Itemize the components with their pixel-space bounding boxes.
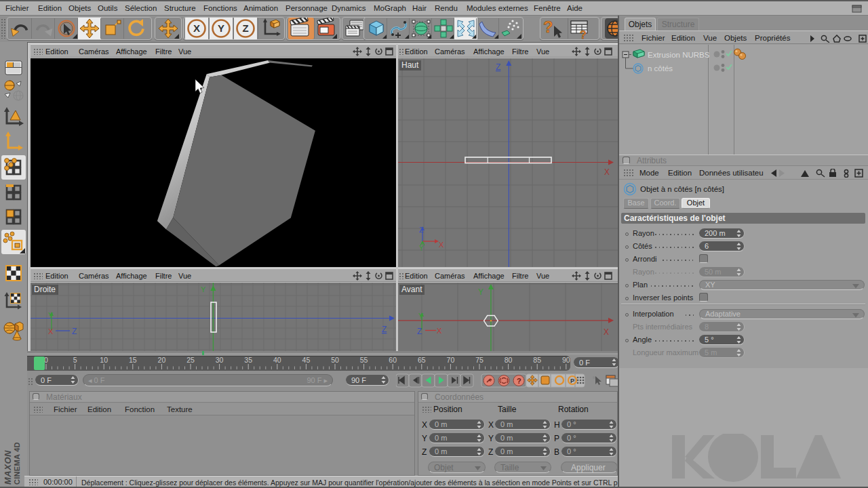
svg-text:65: 65 [418,356,426,364]
svg-text:Z: Z [419,226,424,234]
svg-text:30: 30 [216,356,224,364]
svg-text:5: 5 [73,356,77,364]
svg-text:70: 70 [447,356,455,364]
svg-text:X: X [604,167,610,177]
svg-text:90: 90 [562,356,570,364]
svg-text:X: X [437,327,442,335]
svg-text:50: 50 [331,356,339,364]
svg-text:Y: Y [418,312,424,320]
svg-text:?: ? [543,18,553,36]
svg-text:60: 60 [389,356,397,364]
svg-text:40: 40 [273,356,281,364]
svg-text:X: X [48,327,54,336]
svg-text:Z: Z [496,62,500,72]
svg-text:?: ? [580,29,587,39]
svg-text:55: 55 [360,356,368,364]
svg-text:Y: Y [478,287,484,297]
svg-text:Z: Z [417,327,422,336]
svg-text:?: ? [517,377,521,385]
svg-text:15: 15 [129,356,137,364]
svg-text:X: X [439,241,444,249]
svg-text:n côtés: n côtés [648,64,673,73]
svg-text:Z: Z [242,22,248,34]
svg-text:75: 75 [475,356,484,364]
svg-text:20: 20 [158,356,166,364]
svg-text:45: 45 [302,356,311,364]
svg-text:Z: Z [72,327,77,336]
svg-text:Y: Y [218,22,224,34]
svg-text:35: 35 [244,356,252,364]
svg-text:80: 80 [505,356,513,364]
svg-text:Extrusion NURBS: Extrusion NURBS [648,51,710,59]
svg-text:X: X [193,22,200,34]
svg-text:P: P [570,378,574,384]
svg-text:X: X [604,327,609,337]
svg-text:25: 25 [186,356,195,364]
svg-text:Y: Y [419,245,424,252]
svg-text:Y: Y [201,285,206,293]
svg-text:85: 85 [533,356,541,364]
svg-text:Z: Z [382,325,387,334]
svg-text:Y: Y [48,311,54,319]
svg-text:10: 10 [100,356,108,364]
